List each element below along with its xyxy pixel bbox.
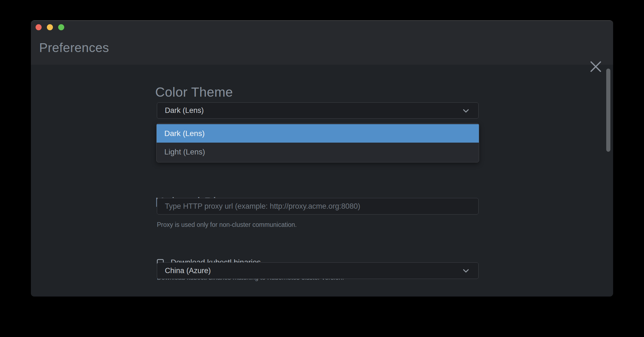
theme-option-dark[interactable]: Dark (Lens) — [157, 124, 479, 143]
traffic-close-button[interactable] — [36, 24, 42, 30]
preferences-content: Color Theme Dark (Lens) Dark (Lens) Ligh… — [31, 65, 613, 297]
download-mirror-label: Download mirror — [157, 295, 216, 297]
http-proxy-hint: Proxy is used only for non-cluster commu… — [157, 221, 297, 229]
chevron-down-icon — [461, 106, 471, 115]
download-mirror-select[interactable]: China (Azure) — [157, 262, 479, 279]
http-proxy-placeholder: Type HTTP proxy url (example: http://pro… — [165, 202, 360, 211]
chevron-down-icon — [461, 266, 471, 275]
page-title: Preferences — [39, 40, 109, 55]
scrollbar-thumb[interactable] — [606, 69, 610, 152]
theme-option-light[interactable]: Light (Lens) — [157, 143, 479, 161]
download-mirror-select-value: China (Azure) — [165, 267, 461, 275]
http-proxy-input[interactable]: Type HTTP proxy url (example: http://pro… — [157, 198, 479, 214]
theme-select-value: Dark (Lens) — [165, 106, 461, 115]
preferences-window: Preferences Color Theme Dark (Lens) Dark… — [31, 20, 613, 297]
traffic-minimize-button[interactable] — [47, 24, 53, 30]
window-titlebar: Preferences — [31, 21, 613, 65]
theme-select[interactable]: Dark (Lens) — [157, 102, 479, 119]
traffic-zoom-button[interactable] — [58, 24, 64, 30]
traffic-lights — [36, 24, 64, 30]
theme-dropdown-menu: Dark (Lens) Light (Lens) — [156, 123, 479, 162]
color-theme-heading: Color Theme — [155, 85, 233, 100]
